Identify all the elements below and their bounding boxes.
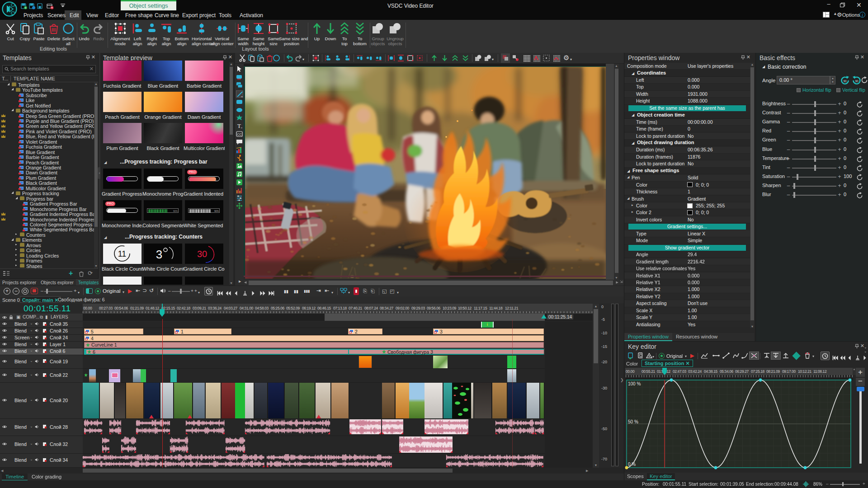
svg-text:+: + bbox=[24, 6, 26, 9]
svg-text:CC: CC bbox=[237, 133, 241, 136]
svg-text:11: 11 bbox=[118, 249, 127, 258]
svg-text:3: 3 bbox=[156, 248, 162, 261]
svg-text:90: 90 bbox=[855, 80, 859, 83]
svg-text:T: T bbox=[237, 122, 241, 129]
svg-text:30: 30 bbox=[197, 249, 207, 259]
svg-text:90: 90 bbox=[843, 80, 847, 83]
